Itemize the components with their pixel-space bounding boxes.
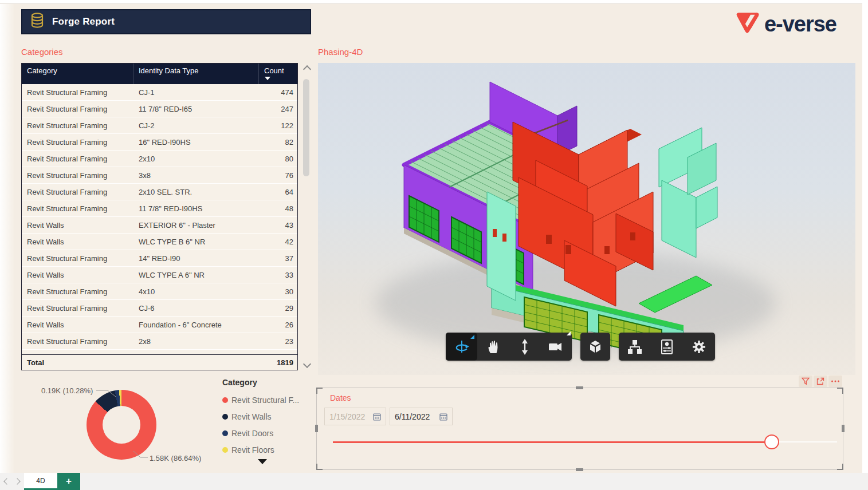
- legend-color-dot: [222, 414, 228, 420]
- table-cell: Revit Structural Framing: [22, 138, 133, 147]
- phasing-visual-title: Phasing-4D: [318, 47, 363, 57]
- table-cell: 122: [259, 121, 293, 130]
- table-row[interactable]: Revit Structural Framing11 7/8" RED-I90H…: [22, 200, 297, 217]
- legend-item[interactable]: Revit Walls: [222, 408, 297, 425]
- orbit-button[interactable]: [446, 333, 477, 361]
- chart-legend: Category Revit Structural F...Revit Wall…: [222, 378, 297, 464]
- building-model[interactable]: [318, 63, 855, 375]
- more-options-button[interactable]: [828, 376, 842, 387]
- scrollbar-thumb[interactable]: [303, 79, 309, 176]
- page-tab-bar: 4D +: [0, 473, 868, 490]
- legend-color-dot: [222, 447, 228, 453]
- categories-visual-title: Categories: [21, 47, 63, 57]
- legend-item[interactable]: Revit Doors: [222, 425, 297, 441]
- visual-header-toolbar: [799, 376, 842, 387]
- zoom-button[interactable]: [509, 333, 540, 361]
- model-browser-button[interactable]: [619, 333, 651, 361]
- table-row[interactable]: Revit Structural FramingCJ-1474: [22, 84, 297, 101]
- selection-handle-right[interactable]: [842, 425, 845, 432]
- table-cell: 2x10: [133, 155, 259, 163]
- scroll-up-icon[interactable]: [303, 65, 311, 73]
- selection-corner[interactable]: [837, 388, 843, 394]
- slider-handle[interactable]: [764, 434, 779, 449]
- table-row[interactable]: Revit Structural Framing3x876: [22, 167, 297, 184]
- table-cell: Revit Structural Framing: [22, 204, 133, 213]
- total-label: Total: [22, 358, 133, 367]
- table-row[interactable]: Revit WallsWLC TYPE B 6" NR42: [22, 234, 297, 250]
- tab-4d[interactable]: 4D: [24, 473, 57, 490]
- table-cell: Revit Structural Framing: [22, 188, 133, 196]
- legend-item[interactable]: Revit Floors: [222, 441, 297, 458]
- table-cell: Revit Structural Framing: [22, 121, 133, 130]
- focus-mode-button[interactable]: [814, 376, 827, 387]
- scroll-down-icon[interactable]: [303, 360, 311, 368]
- canvas-edge-fade: [0, 4, 15, 473]
- column-header-count[interactable]: Count: [259, 64, 297, 84]
- table-cell: CJ-2: [133, 121, 259, 130]
- table-row[interactable]: Revit Structural Framing14" RED-I9037: [22, 250, 297, 267]
- categories-table-body: Revit Structural FramingCJ-1474Revit Str…: [22, 84, 297, 354]
- table-cell: Revit Structural Framing: [22, 88, 133, 97]
- table-scrollbar[interactable]: [303, 63, 311, 370]
- previous-page-icon[interactable]: [3, 478, 10, 484]
- pan-button[interactable]: [477, 333, 509, 361]
- legend-item[interactable]: Revit Structural F...: [222, 392, 297, 408]
- table-row[interactable]: Revit WallsWLC TYPE A 6" NR33: [22, 267, 297, 283]
- selection-handle-top[interactable]: [576, 386, 583, 389]
- properties-button[interactable]: [651, 333, 683, 361]
- camera-icon: [548, 341, 564, 353]
- forge-3d-viewer[interactable]: [318, 63, 855, 375]
- legend-scroll-down-icon[interactable]: [258, 459, 267, 464]
- categories-table: Category Identity Data Type Count Revit …: [21, 63, 298, 370]
- table-row[interactable]: Revit Structural Framing2x823: [22, 333, 297, 350]
- legend-label: Revit Doors: [231, 429, 273, 438]
- slicer-title: Dates: [330, 393, 351, 402]
- table-cell: CJ-6: [133, 304, 259, 313]
- table-cell: 30: [259, 287, 293, 296]
- table-row[interactable]: Revit Structural Framing4x1030: [22, 283, 297, 300]
- column-header-identity-data-type[interactable]: Identity Data Type: [133, 64, 259, 84]
- views-cube-icon: [588, 339, 603, 354]
- table-cell: 76: [259, 171, 293, 180]
- legend-color-dot: [222, 397, 228, 403]
- properties-icon: [661, 339, 673, 354]
- settings-button[interactable]: [683, 333, 715, 361]
- camera-button[interactable]: [540, 333, 572, 361]
- dates-slicer[interactable]: Dates 1/15/2022 6/11/2022: [316, 388, 843, 470]
- viewer-tools-toolbar: [619, 333, 715, 361]
- table-cell: 48: [259, 204, 293, 213]
- filter-button[interactable]: [799, 376, 812, 387]
- start-date-value: 1/15/2022: [329, 412, 365, 421]
- table-row[interactable]: Revit Structural Framing16" RED-I90HS82: [22, 134, 297, 151]
- table-cell: Revit Walls: [22, 271, 133, 279]
- selection-handle-bottom[interactable]: [576, 468, 583, 471]
- end-date-field[interactable]: 6/11/2022: [390, 408, 453, 425]
- date-range-slider[interactable]: [333, 434, 837, 451]
- table-row[interactable]: Revit Structural FramingCJ-2122: [22, 117, 297, 134]
- table-row[interactable]: Revit Structural Framing2x1080: [22, 151, 297, 167]
- category-donut-chart[interactable]: [87, 390, 156, 460]
- views-cube-button[interactable]: [580, 333, 610, 361]
- table-row[interactable]: Revit WallsEXTERIOR 6" - Plaster43: [22, 217, 297, 234]
- table-row[interactable]: Revit WallsFoundation - 6" Concrete26: [22, 317, 297, 333]
- more-options-icon: [831, 380, 840, 383]
- table-cell: 474: [259, 88, 293, 97]
- selection-corner[interactable]: [316, 464, 323, 470]
- column-header-category[interactable]: Category: [22, 64, 133, 84]
- calendar-icon[interactable]: [439, 413, 447, 421]
- calendar-icon[interactable]: [373, 413, 381, 421]
- table-cell: Revit Walls: [22, 221, 133, 230]
- table-row[interactable]: Revit Structural Framing11 7/8" RED-I652…: [22, 101, 297, 117]
- table-row[interactable]: Revit Structural Framing2x10 SEL. STR.64: [22, 184, 297, 200]
- table-row[interactable]: Revit Structural FramingCJ-629: [22, 300, 297, 317]
- selection-corner[interactable]: [316, 388, 323, 394]
- add-page-button[interactable]: +: [57, 473, 80, 490]
- total-value: 1819: [259, 358, 293, 367]
- filter-icon: [802, 377, 810, 385]
- table-row[interactable]: Revit Structural Framing14" RED-I90HS21: [22, 350, 297, 354]
- selection-handle-left[interactable]: [315, 425, 318, 432]
- next-page-icon[interactable]: [14, 478, 20, 484]
- table-cell: 64: [259, 188, 293, 196]
- selection-corner[interactable]: [837, 464, 843, 470]
- start-date-field[interactable]: 1/15/2022: [324, 408, 386, 425]
